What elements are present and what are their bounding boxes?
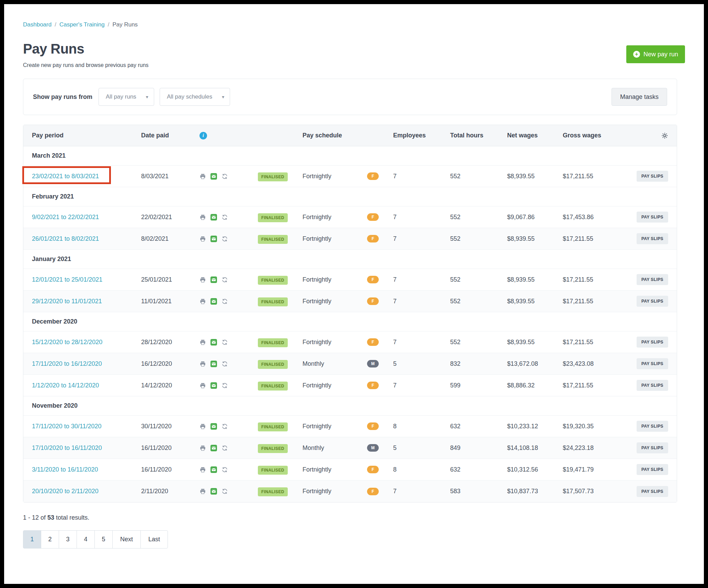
email-icon[interactable] [210,382,217,389]
pay-period-link[interactable]: 29/12/2020 to 11/01/2021 [32,298,102,305]
pay-period-cell: 3/11/2020 to 16/11/2020 [32,466,141,473]
email-icon[interactable] [210,423,217,430]
pay-slips-button[interactable]: PAY SLIPS [637,233,668,244]
pay-slips-button[interactable]: PAY SLIPS [637,212,668,223]
pay-slips-button[interactable]: PAY SLIPS [637,337,668,348]
pay-slips-button[interactable]: PAY SLIPS [637,442,668,453]
refresh-icon[interactable] [221,488,228,495]
pay-runs-dropdown[interactable]: All pay runs [99,88,154,106]
pay-slips-button[interactable]: PAY SLIPS [637,464,668,475]
refresh-icon[interactable] [221,276,228,283]
refresh-icon[interactable] [221,339,228,346]
total-hours-cell: 552 [450,173,507,180]
pay-period-link[interactable]: 9/02/2021 to 22/02/2021 [32,214,99,220]
printer-icon[interactable] [199,382,206,389]
printer-icon[interactable] [199,423,206,430]
page-button-2[interactable]: 2 [41,530,59,549]
email-icon[interactable] [210,276,217,283]
refresh-icon[interactable] [221,466,228,473]
email-icon[interactable] [210,298,217,305]
row-action-icons [199,276,258,283]
pay-period-link[interactable]: 17/11/2020 to 30/11/2020 [32,423,102,430]
payslips-cell: PAY SLIPS [637,296,668,307]
pay-period-link[interactable]: 17/11/2020 to 16/12/2020 [32,360,102,367]
last-page-button[interactable]: Last [140,530,168,549]
next-page-button[interactable]: Next [112,530,141,549]
printer-icon[interactable] [199,173,206,180]
printer-icon[interactable] [199,466,206,473]
refresh-icon[interactable] [221,236,228,242]
table-row: 17/11/2020 to 30/11/202030/11/2020FINALI… [23,416,677,437]
pay-period-link[interactable]: 20/10/2020 to 2/11/2020 [32,488,99,495]
refresh-icon[interactable] [221,382,228,389]
refresh-icon[interactable] [221,298,228,305]
email-icon[interactable] [210,236,217,242]
refresh-icon[interactable] [221,445,228,451]
refresh-icon[interactable] [221,173,228,180]
breadcrumb-dashboard[interactable]: Dashboard [23,21,52,28]
status-badge: FINALISED [258,382,288,391]
pay-period-link[interactable]: 1/12/2020 to 14/12/2020 [32,382,99,389]
printer-icon[interactable] [199,488,206,495]
pay-period-link[interactable]: 15/12/2020 to 28/12/2020 [32,339,102,346]
pay-slips-button[interactable]: PAY SLIPS [637,274,668,285]
refresh-icon[interactable] [221,423,228,430]
status-badge: FINALISED [258,444,288,453]
pay-period-cell: 29/12/2020 to 11/01/2021 [32,298,141,305]
printer-icon[interactable] [199,214,206,220]
info-icon[interactable] [199,132,207,139]
refresh-icon[interactable] [221,361,228,367]
date-paid-cell: 2/11/2020 [141,488,199,495]
page-button-4[interactable]: 4 [77,530,95,549]
new-pay-run-button[interactable]: New pay run [626,45,685,63]
manage-tasks-button[interactable]: Manage tasks [612,88,667,106]
email-icon[interactable] [210,466,217,473]
schedule-badge: F [367,382,379,389]
printer-icon[interactable] [199,298,206,305]
pay-period-link[interactable]: 26/01/2021 to 8/02/2021 [32,235,99,242]
schedule-badge-cell: F [367,172,393,180]
gear-icon[interactable] [661,132,668,139]
email-icon[interactable] [210,488,217,495]
pay-slips-button[interactable]: PAY SLIPS [637,380,668,391]
pay-schedules-dropdown-value: All pay schedules [167,93,212,100]
schedule-badge-cell: F [367,382,393,389]
email-icon[interactable] [210,339,217,346]
pay-period-link[interactable]: 12/01/2021 to 25/01/2021 [32,276,102,283]
schedule-badge: F [367,297,379,305]
pay-slips-button[interactable]: PAY SLIPS [637,296,668,307]
page-button-5[interactable]: 5 [94,530,113,549]
pay-period-link[interactable]: 23/02/2021 to 8/03/2021 [32,173,99,180]
net-wages-cell: $9,067.86 [507,214,563,221]
schedule-badge-cell: F [367,338,393,346]
status-cell: FINALISED [258,488,302,495]
page-button-1[interactable]: 1 [23,530,41,549]
page-button-3[interactable]: 3 [59,530,77,549]
gross-wages-cell: $17,211.55 [563,235,621,242]
printer-icon[interactable] [199,236,206,242]
pay-period-link[interactable]: 17/10/2020 to 16/11/2020 [32,444,102,451]
schedule-badge: F [367,213,379,221]
gross-wages-cell: $17,211.55 [563,276,621,283]
schedule-badge: M [367,360,379,368]
email-icon[interactable] [210,361,217,367]
pay-schedule-cell: Monthly [302,360,367,368]
email-icon[interactable] [210,173,217,180]
printer-icon[interactable] [199,276,206,283]
printer-icon[interactable] [199,361,206,367]
pay-slips-button[interactable]: PAY SLIPS [637,421,668,432]
email-icon[interactable] [210,445,217,451]
pay-slips-button[interactable]: PAY SLIPS [637,358,668,369]
breadcrumb-business[interactable]: Casper's Training [59,21,105,28]
row-action-icons [199,445,258,451]
printer-icon[interactable] [199,445,206,451]
table-header: Pay period Date paid Pay schedule Employ… [23,125,677,146]
email-icon[interactable] [210,214,217,220]
refresh-icon[interactable] [221,214,228,220]
pay-period-link[interactable]: 3/11/2020 to 16/11/2020 [32,466,98,473]
status-badge: FINALISED [258,172,288,181]
pay-slips-button[interactable]: PAY SLIPS [637,171,668,182]
pay-schedules-dropdown[interactable]: All pay schedules [160,88,230,106]
pay-slips-button[interactable]: PAY SLIPS [637,486,668,497]
printer-icon[interactable] [199,339,206,346]
